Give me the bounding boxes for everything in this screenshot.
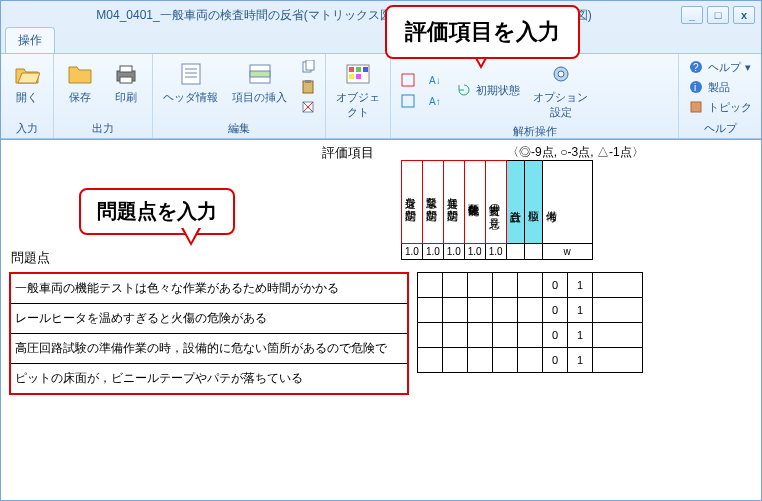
open-button[interactable]: 開く — [7, 58, 47, 107]
svg-rect-20 — [349, 74, 354, 79]
svg-text:A↓: A↓ — [429, 75, 441, 86]
hnum-0[interactable]: 1.0 — [402, 244, 423, 260]
close-button[interactable]: x — [733, 6, 755, 24]
cell: 1 — [568, 323, 593, 348]
cell[interactable] — [493, 348, 518, 373]
svg-rect-8 — [250, 71, 270, 77]
copy-icon — [300, 59, 316, 75]
ribbon-group-output: 保存 印刷 出力 — [54, 54, 153, 138]
eval-header-4[interactable]: 支持者の意見 — [489, 163, 500, 241]
window-controls: _ □ x — [681, 6, 755, 24]
eval-header-1[interactable]: 緊急な問題か — [426, 163, 437, 241]
cell[interactable] — [418, 323, 443, 348]
issue-row-3[interactable]: ピットの床面が，ビニールテープやパテが落ちている — [11, 364, 407, 393]
svg-rect-1 — [120, 66, 132, 72]
cell[interactable] — [593, 273, 643, 298]
svg-rect-2 — [120, 77, 132, 83]
cell[interactable] — [468, 323, 493, 348]
titlebar: M04_0401_一般車両の検査時間の反省(マトリックス図).MX7 - Jus… — [1, 1, 761, 29]
cell[interactable] — [468, 348, 493, 373]
ribbon-group-object: オブジェクト — [326, 54, 391, 138]
gear-icon — [547, 60, 575, 88]
option-settings-button[interactable]: オプション設定 — [529, 58, 592, 122]
hnum-7: w — [542, 244, 592, 260]
legend-text: 〈◎-9点, ○-3点, △-1点〉 — [507, 144, 644, 161]
svg-rect-3 — [182, 64, 200, 84]
cell[interactable] — [468, 273, 493, 298]
cell[interactable] — [518, 348, 543, 373]
hnum-1[interactable]: 1.0 — [422, 244, 443, 260]
app-window: M04_0401_一般車両の検査時間の反省(マトリックス図).MX7 - Jus… — [0, 0, 762, 501]
issue-row-2[interactable]: 高圧回路試験の準備作業の時，設備的に危ない箇所があるので危険で — [11, 334, 407, 364]
callout-issues-tail — [181, 228, 201, 246]
cell[interactable] — [493, 323, 518, 348]
folder-open-icon — [13, 60, 41, 88]
maximize-button[interactable]: □ — [707, 6, 729, 24]
insert-item-button[interactable]: 項目の挿入 — [228, 58, 291, 107]
hnum-2[interactable]: 1.0 — [443, 244, 464, 260]
header-info-button[interactable]: ヘッダ情報 — [159, 58, 222, 107]
hnum-4[interactable]: 1.0 — [485, 244, 506, 260]
cell[interactable] — [493, 298, 518, 323]
cell[interactable] — [443, 273, 468, 298]
cell[interactable] — [443, 323, 468, 348]
parse-tool-1[interactable] — [397, 71, 419, 89]
eval-axis-label: 評価項目 — [322, 144, 374, 162]
cell: 1 — [568, 348, 593, 373]
object-button[interactable]: オブジェクト — [332, 58, 384, 122]
issue-row-1[interactable]: レールヒータを温めすぎると火傷の危険がある — [11, 304, 407, 334]
svg-text:?: ? — [693, 62, 699, 73]
hnum-3[interactable]: 1.0 — [464, 244, 485, 260]
cell[interactable] — [518, 323, 543, 348]
product-button[interactable]: i製品 — [685, 78, 755, 96]
svg-text:A↑: A↑ — [429, 96, 441, 107]
eval-header-0[interactable]: 身近な問題か — [405, 163, 416, 241]
cell[interactable] — [518, 298, 543, 323]
svg-rect-32 — [691, 102, 701, 112]
ribbon: 開く 入力 保存 印刷 出力 ヘッダ情報 — [1, 53, 761, 139]
eval-header-3[interactable]: 数値化可能か — [468, 163, 479, 241]
svg-rect-12 — [305, 80, 311, 83]
cell[interactable] — [493, 273, 518, 298]
cell[interactable] — [593, 298, 643, 323]
parse-tool-3[interactable]: A↓ — [425, 71, 447, 89]
svg-point-27 — [558, 71, 564, 77]
parse-tool-4[interactable]: A↑ — [425, 92, 447, 110]
svg-rect-10 — [306, 60, 314, 70]
paste-button[interactable] — [297, 78, 319, 96]
callout-eval: 評価項目を入力 — [385, 5, 580, 59]
cell[interactable] — [443, 348, 468, 373]
svg-rect-21 — [356, 74, 361, 79]
cell[interactable] — [593, 323, 643, 348]
insert-icon — [246, 60, 274, 88]
svg-text:i: i — [694, 82, 696, 93]
ribbon-group-edit: ヘッダ情報 項目の挿入 編集 — [153, 54, 326, 138]
save-button[interactable]: 保存 — [60, 58, 100, 107]
topic-button[interactable]: トピック — [685, 98, 755, 116]
square-icon — [400, 72, 416, 88]
cell[interactable] — [443, 298, 468, 323]
sum-header-2: 備考 — [546, 163, 557, 241]
copy-button[interactable] — [297, 58, 319, 76]
cell[interactable] — [593, 348, 643, 373]
issue-row-0[interactable]: 一般車両の機能テストは色々な作業があるため時間がかかる — [11, 274, 407, 304]
help-icon: ? — [688, 59, 704, 75]
minimize-button[interactable]: _ — [681, 6, 703, 24]
hnum-5 — [506, 244, 524, 260]
help-button[interactable]: ?ヘルプ ▾ — [685, 58, 755, 76]
delete-item-button[interactable] — [297, 98, 319, 116]
cell[interactable] — [518, 273, 543, 298]
paste-icon — [300, 79, 316, 95]
cell[interactable] — [418, 273, 443, 298]
callout-issues: 問題点を入力 — [79, 188, 235, 235]
print-button[interactable]: 印刷 — [106, 58, 146, 107]
parse-tool-2[interactable] — [397, 92, 419, 110]
cell[interactable] — [468, 298, 493, 323]
initial-state-button[interactable]: 初期状態 — [453, 81, 523, 99]
eval-header-2[interactable]: 共通な問題か — [447, 163, 458, 241]
cell[interactable] — [418, 348, 443, 373]
cell[interactable] — [418, 298, 443, 323]
tab-operation[interactable]: 操作 — [5, 27, 55, 53]
cell: 0 — [543, 323, 568, 348]
sum-header-1: 順位 — [528, 163, 539, 241]
